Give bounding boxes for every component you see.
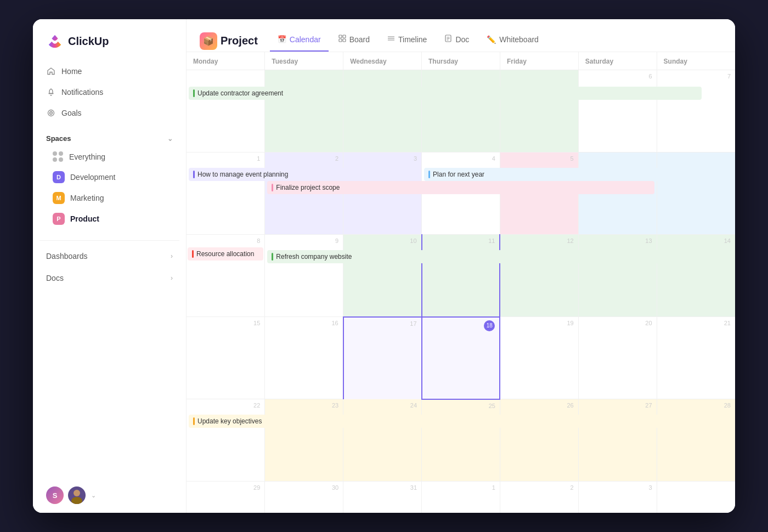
cal-cell-mon-w4[interactable]: 15 bbox=[187, 317, 265, 399]
cal-cell-thu-w5[interactable]: 25 bbox=[422, 399, 500, 482]
calendar-table: Monday Tuesday Wednesday Thursday Friday… bbox=[187, 52, 735, 513]
app-name: ClickUp bbox=[68, 35, 109, 48]
cal-cell-wed-w3[interactable]: 10 bbox=[343, 235, 422, 317]
date-14: 14 bbox=[658, 236, 734, 245]
cal-cell-mon-w6[interactable]: 29 bbox=[187, 482, 265, 513]
cal-cell-mon-w5[interactable]: 22 Update key objectives bbox=[187, 399, 265, 482]
cal-cell-wed-w6[interactable]: 31 bbox=[343, 482, 422, 513]
date-1b: 1 bbox=[423, 483, 499, 492]
date-2: 2 bbox=[266, 154, 342, 163]
cal-cell-fri-w1[interactable] bbox=[500, 70, 578, 152]
sidebar-item-notifications[interactable]: Notifications bbox=[39, 82, 179, 103]
cal-cell-mon-w3[interactable]: 8 Resource allocation bbox=[187, 235, 265, 317]
cal-cell-tue-w2[interactable]: 2 Finalize project scope bbox=[265, 152, 343, 235]
date-7: 7 bbox=[658, 71, 734, 81]
event-refresh[interactable]: Refresh company website bbox=[267, 250, 732, 263]
cal-cell-tue-w3[interactable]: 9 Refresh company website bbox=[265, 235, 343, 317]
docs-item[interactable]: Docs › bbox=[33, 267, 186, 289]
dashboards-chevron: › bbox=[171, 252, 173, 260]
cal-cell-fri-w6[interactable]: 2 bbox=[500, 482, 578, 513]
space-item-development[interactable]: D Development bbox=[46, 167, 173, 188]
cal-cell-sat-w1[interactable]: 6 bbox=[578, 70, 657, 152]
col-monday: Monday bbox=[187, 52, 265, 70]
cal-cell-wed-w5[interactable]: 24 bbox=[343, 399, 422, 482]
tab-timeline[interactable]: Timeline bbox=[380, 30, 434, 52]
cal-cell-sun-w6[interactable] bbox=[657, 482, 735, 513]
cal-cell-sun-w3[interactable]: 14 bbox=[657, 235, 735, 317]
cal-cell-tue-w1[interactable] bbox=[265, 70, 343, 152]
calendar-tab-label: Calendar bbox=[290, 35, 321, 44]
cal-cell-sat-w3[interactable]: 13 bbox=[578, 235, 657, 317]
date-4: 4 bbox=[423, 154, 499, 163]
date-29: 29 bbox=[188, 483, 263, 492]
home-icon bbox=[46, 66, 56, 76]
cal-cell-mon-w2[interactable]: 1 How to manage event planning bbox=[187, 152, 265, 235]
user-dropdown-chevron[interactable]: ⌄ bbox=[91, 492, 96, 499]
user-avatar-2[interactable] bbox=[68, 486, 86, 504]
cal-cell-thu-w6[interactable]: 1 bbox=[422, 482, 500, 513]
cal-cell-sat-w4[interactable]: 20 bbox=[578, 317, 657, 399]
development-label: Development bbox=[70, 173, 116, 182]
tab-doc[interactable]: Doc bbox=[437, 30, 477, 52]
whiteboard-tab-label: Whiteboard bbox=[499, 35, 539, 44]
cal-cell-sun-w5[interactable]: 28 bbox=[657, 399, 735, 482]
week-row-1: Update contractor agreement 6 7 bbox=[187, 70, 735, 152]
event-resource[interactable]: Resource allocation bbox=[188, 247, 263, 261]
cal-cell-wed-w4[interactable]: 17 bbox=[343, 317, 422, 399]
user-avatar-1[interactable]: S bbox=[46, 486, 64, 504]
tab-board[interactable]: Board bbox=[331, 30, 377, 52]
cal-cell-sun-w1[interactable]: 7 bbox=[657, 70, 735, 152]
svg-point-4 bbox=[71, 497, 82, 504]
notifications-label: Notifications bbox=[61, 88, 103, 97]
clickup-logo-icon bbox=[46, 32, 64, 50]
cal-cell-tue-w6[interactable]: 30 bbox=[265, 482, 343, 513]
date-15: 15 bbox=[188, 318, 263, 327]
event-objectives[interactable]: Update key objectives bbox=[189, 415, 733, 428]
cal-cell-sun-w4[interactable]: 21 bbox=[657, 317, 735, 399]
sidebar-footer: S ⌄ bbox=[33, 478, 186, 513]
week-row-2: 1 How to manage event planning 2 bbox=[187, 152, 735, 235]
everything-grid-icon bbox=[53, 151, 64, 162]
bell-icon bbox=[46, 87, 56, 97]
tab-whiteboard[interactable]: ✏️ Whiteboard bbox=[479, 31, 546, 52]
cal-cell-thu-w3[interactable]: 11 bbox=[422, 235, 500, 317]
sidebar-item-goals[interactable]: Goals bbox=[39, 103, 179, 123]
event-plan[interactable]: Plan for next year bbox=[424, 168, 733, 181]
marketing-label: Marketing bbox=[70, 194, 104, 202]
cal-cell-thu-w1[interactable] bbox=[422, 70, 500, 152]
tab-calendar[interactable]: 📅 Calendar bbox=[270, 31, 329, 52]
event-contractor-label: Update contractor agreement bbox=[197, 89, 283, 97]
cal-cell-sat-w5[interactable]: 27 bbox=[578, 399, 657, 482]
page-title: Project bbox=[221, 35, 258, 47]
spaces-section: Spaces ⌄ Everything D bbox=[33, 123, 186, 236]
cal-cell-wed-w1[interactable] bbox=[343, 70, 422, 152]
date-22: 22 bbox=[188, 400, 263, 410]
date-26: 26 bbox=[501, 400, 577, 410]
cal-cell-tue-w4[interactable]: 16 bbox=[265, 317, 343, 399]
doc-tab-label: Doc bbox=[455, 35, 469, 44]
product-label: Product bbox=[70, 214, 99, 223]
divider bbox=[39, 240, 179, 241]
cal-cell-thu-w4[interactable]: 18 bbox=[422, 317, 500, 399]
date-9: 9 bbox=[266, 236, 342, 245]
spaces-header[interactable]: Spaces ⌄ bbox=[46, 132, 173, 145]
cal-cell-mon-w1[interactable]: Update contractor agreement bbox=[187, 70, 265, 152]
date-1: 1 bbox=[188, 154, 263, 163]
space-item-marketing[interactable]: M Marketing bbox=[46, 188, 173, 208]
cal-cell-tue-w5[interactable]: 23 bbox=[265, 399, 343, 482]
event-contractor[interactable]: Update contractor agreement bbox=[189, 87, 702, 100]
cal-cell-fri-w4[interactable]: 19 bbox=[500, 317, 578, 399]
space-item-product[interactable]: P Product bbox=[46, 208, 173, 229]
event-finalize[interactable]: Finalize project scope bbox=[267, 181, 654, 194]
space-item-everything[interactable]: Everything bbox=[46, 147, 173, 167]
cal-cell-sun-w2[interactable] bbox=[657, 152, 735, 235]
calendar-header-row: Monday Tuesday Wednesday Thursday Friday… bbox=[187, 52, 735, 70]
sidebar-item-home[interactable]: Home bbox=[39, 61, 179, 82]
main-content: 📦 Project 📅 Calendar Board Ti bbox=[187, 19, 735, 513]
goals-label: Goals bbox=[61, 109, 82, 117]
cal-cell-fri-w5[interactable]: 26 bbox=[500, 399, 578, 482]
event-manage[interactable]: How to manage event planning bbox=[189, 168, 421, 181]
dashboards-item[interactable]: Dashboards › bbox=[33, 245, 186, 267]
cal-cell-sat-w6[interactable]: 3 bbox=[578, 482, 657, 513]
cal-cell-fri-w3[interactable]: 12 bbox=[500, 235, 578, 317]
